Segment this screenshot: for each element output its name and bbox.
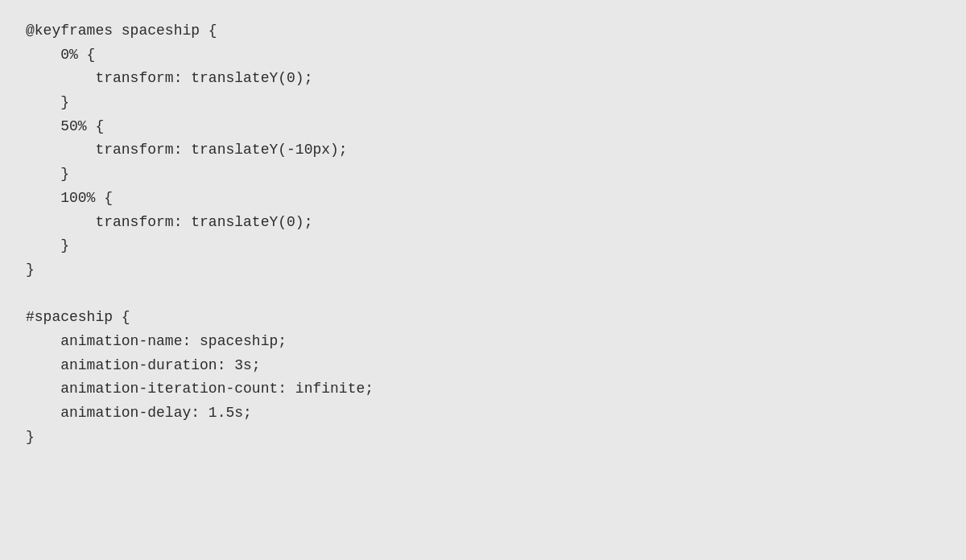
code-line: animation-iteration-count: infinite; <box>26 377 940 401</box>
code-line: transform: translateY(-10px); <box>26 138 940 163</box>
code-line: 50% { <box>26 115 940 139</box>
code-line: 100% { <box>26 187 940 211</box>
code-line: animation-name: spaceship; <box>26 330 940 354</box>
code-line: #spaceship { <box>26 306 940 330</box>
code-line: transform: translateY(0); <box>26 67 940 91</box>
code-line: @keyframes spaceship { <box>26 19 940 43</box>
code-line: animation-delay: 1.5s; <box>26 401 940 426</box>
code-line: } <box>26 91 940 115</box>
code-line: 0% { <box>26 43 940 68</box>
code-line: transform: translateY(0); <box>26 211 940 235</box>
code-line: } <box>26 163 940 187</box>
blank-line <box>26 282 940 307</box>
code-viewer: @keyframes spaceship { 0% { transform: t… <box>0 0 966 560</box>
code-line: } <box>26 426 940 450</box>
code-line: } <box>26 234 940 258</box>
code-line: } <box>26 258 940 282</box>
code-line: animation-duration: 3s; <box>26 354 940 378</box>
